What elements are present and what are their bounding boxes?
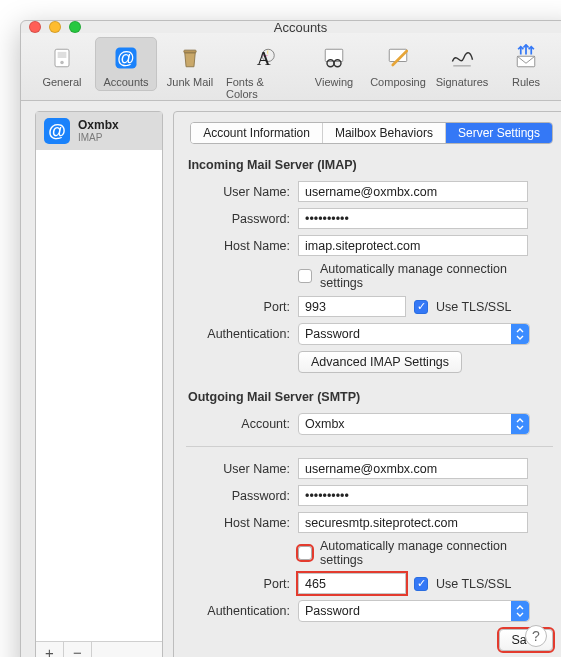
- incoming-port-label: Port:: [186, 300, 298, 314]
- trash-icon: [174, 42, 206, 74]
- titlebar: Accounts: [21, 21, 561, 33]
- outgoing-acct-label: Account:: [186, 417, 298, 431]
- incoming-heading: Incoming Mail Server (IMAP): [188, 158, 553, 172]
- account-row[interactable]: @ Oxmbx IMAP: [36, 112, 162, 150]
- window-title: Accounts: [21, 20, 561, 35]
- glasses-icon: [318, 42, 350, 74]
- incoming-host-label: Host Name:: [186, 239, 298, 253]
- incoming-port-input[interactable]: [298, 296, 406, 317]
- outgoing-auth-select[interactable]: Password: [298, 600, 530, 622]
- incoming-auto-label: Automatically manage connection settings: [320, 262, 553, 290]
- advanced-imap-button[interactable]: Advanced IMAP Settings: [298, 351, 462, 373]
- incoming-auto-checkbox[interactable]: [298, 269, 312, 283]
- toolbar-fonts[interactable]: A Fonts & Colors: [223, 37, 301, 103]
- outgoing-pass-label: Password:: [186, 489, 298, 503]
- outgoing-tls-label: Use TLS/SSL: [436, 577, 512, 591]
- outgoing-account-select[interactable]: Oxmbx: [298, 413, 530, 435]
- outgoing-user-input[interactable]: [298, 458, 528, 479]
- chevron-updown-icon: [511, 324, 529, 344]
- toolbar-composing[interactable]: Composing: [367, 37, 429, 91]
- incoming-tls-checkbox[interactable]: ✓: [414, 300, 428, 314]
- fonts-icon: A: [246, 42, 278, 74]
- incoming-auth-select[interactable]: Password: [298, 323, 530, 345]
- outgoing-auth-label: Authentication:: [186, 604, 298, 618]
- accounts-sidebar: @ Oxmbx IMAP + −: [35, 111, 163, 657]
- svg-rect-1: [58, 52, 67, 58]
- tab-account-information[interactable]: Account Information: [191, 123, 323, 143]
- incoming-pass-input[interactable]: [298, 208, 528, 229]
- incoming-pass-label: Password:: [186, 212, 298, 226]
- svg-point-2: [60, 61, 64, 65]
- outgoing-heading: Outgoing Mail Server (SMTP): [188, 390, 553, 404]
- toolbar-junk[interactable]: Junk Mail: [159, 37, 221, 91]
- settings-panel: Account Information Mailbox Behaviors Se…: [173, 111, 561, 657]
- add-account-button[interactable]: +: [36, 642, 64, 657]
- outgoing-host-label: Host Name:: [186, 516, 298, 530]
- help-button[interactable]: ?: [525, 625, 547, 647]
- account-name: Oxmbx: [78, 119, 119, 132]
- settings-tabs: Account Information Mailbox Behaviors Se…: [190, 122, 553, 144]
- compose-icon: [382, 42, 414, 74]
- incoming-auth-label: Authentication:: [186, 327, 298, 341]
- toolbar-viewing[interactable]: Viewing: [303, 37, 365, 91]
- svg-rect-5: [184, 50, 196, 53]
- chevron-updown-icon: [511, 601, 529, 621]
- outgoing-port-input[interactable]: [298, 573, 406, 594]
- toolbar-signatures[interactable]: Signatures: [431, 37, 493, 91]
- incoming-tls-label: Use TLS/SSL: [436, 300, 512, 314]
- toolbar-rules[interactable]: Rules: [495, 37, 557, 91]
- at-icon: @: [44, 118, 70, 144]
- svg-rect-8: [325, 49, 343, 61]
- tab-server-settings[interactable]: Server Settings: [446, 123, 552, 143]
- outgoing-user-label: User Name:: [186, 462, 298, 476]
- outgoing-tls-checkbox[interactable]: ✓: [414, 577, 428, 591]
- outgoing-port-label: Port:: [186, 577, 298, 591]
- incoming-user-label: User Name:: [186, 185, 298, 199]
- incoming-host-input[interactable]: [298, 235, 528, 256]
- toolbar-general[interactable]: General: [31, 37, 93, 91]
- tab-mailbox-behaviors[interactable]: Mailbox Behaviors: [323, 123, 446, 143]
- remove-account-button[interactable]: −: [64, 642, 92, 657]
- outgoing-auto-checkbox[interactable]: [298, 546, 312, 560]
- toolbar: General @ Accounts Junk Mail A Fonts & C…: [21, 33, 561, 101]
- rules-icon: [510, 42, 542, 74]
- chevron-updown-icon: [511, 414, 529, 434]
- incoming-user-input[interactable]: [298, 181, 528, 202]
- gear-icon: [46, 42, 78, 74]
- outgoing-auto-label: Automatically manage connection settings: [320, 539, 553, 567]
- outgoing-pass-input[interactable]: [298, 485, 528, 506]
- svg-text:A: A: [257, 48, 271, 69]
- toolbar-accounts[interactable]: @ Accounts: [95, 37, 157, 91]
- signature-icon: [446, 42, 478, 74]
- account-protocol: IMAP: [78, 132, 119, 143]
- svg-text:@: @: [117, 48, 135, 68]
- at-icon: @: [110, 42, 142, 74]
- preferences-window: Accounts General @ Accounts Junk Mail: [20, 20, 561, 657]
- outgoing-host-input[interactable]: [298, 512, 528, 533]
